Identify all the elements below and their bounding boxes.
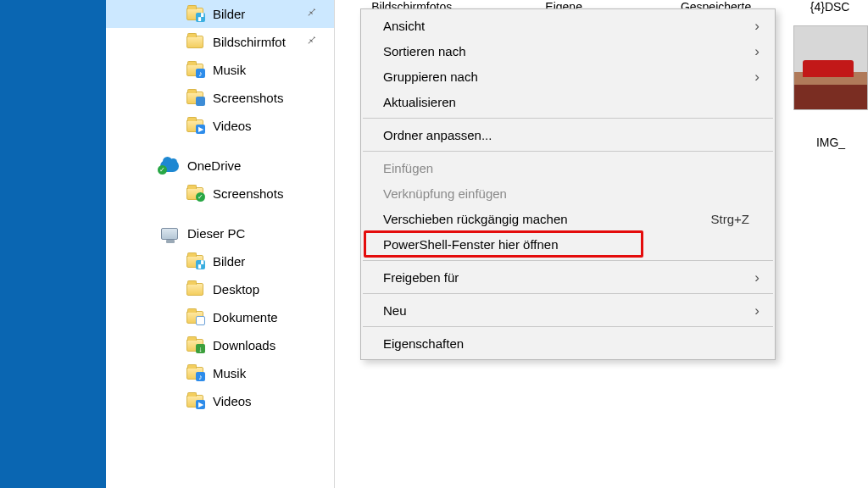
- context-menu-item-label: Einfügen: [383, 161, 433, 175]
- context-menu-item[interactable]: Gruppieren nach›: [361, 64, 775, 89]
- folder-icon: ✓: [186, 185, 204, 203]
- tree-item-label: Videos: [213, 119, 334, 133]
- context-menu-item[interactable]: Ansicht›: [361, 13, 775, 38]
- context-menu-item-label: Ordner anpassen...: [383, 128, 492, 142]
- context-menu-item-label: Aktualisieren: [383, 95, 456, 109]
- image-thumbnail-label: IMG_: [793, 136, 868, 149]
- tree-item[interactable]: ✓OneDrive: [106, 152, 334, 180]
- context-menu-item[interactable]: Aktualisieren: [361, 89, 775, 114]
- tree-item[interactable]: ♪Musik: [106, 56, 334, 84]
- navigation-tree: ▞BilderBildschirmfot♪MusikScreenshots▶Vi…: [106, 0, 335, 488]
- context-menu-separator: [363, 326, 773, 327]
- tree-item[interactable]: ▞Bilder: [106, 247, 334, 275]
- folder-icon: [186, 280, 204, 299]
- tree-item-label: Screenshots: [213, 91, 334, 105]
- window-edge-strip: [0, 0, 106, 488]
- tree-item-label: Desktop: [213, 282, 334, 297]
- tree-item[interactable]: Bildschirmfot: [106, 28, 334, 56]
- tree-item[interactable]: Screenshots: [106, 84, 334, 112]
- context-menu-item-label: Freigeben für: [383, 270, 459, 285]
- chevron-right-icon: ›: [754, 302, 760, 319]
- context-menu-item-label: Ansicht: [383, 19, 425, 33]
- context-menu: Ansicht›Sortieren nach›Gruppieren nach›A…: [360, 8, 776, 360]
- tree-item[interactable]: ▶Videos: [106, 112, 334, 140]
- context-menu-item-label: Verknüpfung einfügen: [383, 186, 507, 201]
- context-menu-item[interactable]: Verschieben rückgängig machenStrg+Z: [361, 206, 775, 231]
- context-menu-item-label: Verschieben rückgängig machen: [383, 212, 568, 226]
- context-menu-item[interactable]: Ordner anpassen...: [361, 122, 775, 147]
- context-menu-separator: [363, 293, 773, 294]
- context-menu-item-label: PowerShell-Fenster hier öffnen: [383, 237, 559, 252]
- context-menu-separator: [363, 260, 773, 261]
- context-menu-shortcut: Strg+Z: [711, 212, 749, 226]
- this-pc-icon: [160, 225, 179, 243]
- context-menu-item[interactable]: Neu›: [361, 297, 775, 323]
- context-menu-item[interactable]: Sortieren nach›: [361, 38, 775, 64]
- tree-item-label: Musik: [213, 63, 334, 77]
- tree-item-label: Musik: [213, 366, 334, 380]
- chevron-right-icon: ›: [754, 18, 760, 35]
- tree-item-label: OneDrive: [187, 158, 334, 173]
- chevron-right-icon: ›: [754, 69, 760, 86]
- context-menu-separator: [363, 151, 773, 152]
- tree-item-label: Screenshots: [213, 186, 334, 201]
- context-menu-item[interactable]: Eigenschaften: [361, 330, 775, 356]
- tree-item[interactable]: ▞Bilder: [106, 0, 334, 28]
- tree-item[interactable]: Dieser PC: [106, 219, 334, 247]
- tree-item[interactable]: ♪Musik: [106, 359, 334, 387]
- folder-icon: ▶: [186, 392, 204, 411]
- tree-item[interactable]: Desktop: [106, 275, 334, 303]
- folder-icon: [186, 33, 204, 52]
- tree-item-label: Bilder: [213, 254, 334, 269]
- context-menu-item-label: Gruppieren nach: [383, 69, 478, 84]
- folder-icon: ▶: [186, 117, 204, 136]
- tree-item[interactable]: ▶Videos: [106, 387, 334, 415]
- tree-item-label: Videos: [213, 394, 334, 408]
- folder-icon: ▞: [186, 5, 204, 24]
- context-menu-item-label: Sortieren nach: [383, 44, 466, 58]
- tree-item[interactable]: ✓Screenshots: [106, 180, 334, 208]
- tree-item-label: Dokumente: [213, 310, 334, 324]
- tree-item[interactable]: Dokumente: [106, 303, 334, 331]
- context-menu-item[interactable]: Freigeben für›: [361, 264, 775, 290]
- tree-item-label: Downloads: [213, 338, 334, 352]
- folder-icon: ↓: [186, 336, 204, 355]
- tree-item[interactable]: ↓Downloads: [106, 331, 334, 359]
- context-menu-item: Verknüpfung einfügen: [361, 180, 775, 206]
- tree-item-label: Dieser PC: [187, 226, 334, 241]
- context-menu-separator: [363, 118, 773, 119]
- folder-caption: {4}DSC: [792, 0, 868, 17]
- image-thumbnail[interactable]: [793, 25, 868, 110]
- folder-icon: [186, 89, 204, 108]
- chevron-right-icon: ›: [754, 43, 760, 60]
- folder-icon: ♪: [186, 364, 204, 383]
- folder-icon: ♪: [186, 61, 204, 80]
- folder-icon: [186, 308, 204, 327]
- pin-icon: [305, 34, 317, 48]
- pin-icon: [305, 6, 317, 20]
- context-menu-item-label: Neu: [383, 303, 407, 318]
- context-menu-item: Einfügen: [361, 155, 775, 180]
- context-menu-item-label: Eigenschaften: [383, 336, 464, 351]
- folder-icon: ▞: [186, 252, 204, 271]
- onedrive-icon: ✓: [160, 157, 179, 175]
- chevron-right-icon: ›: [754, 269, 760, 286]
- context-menu-item[interactable]: PowerShell-Fenster hier öffnen: [361, 231, 775, 257]
